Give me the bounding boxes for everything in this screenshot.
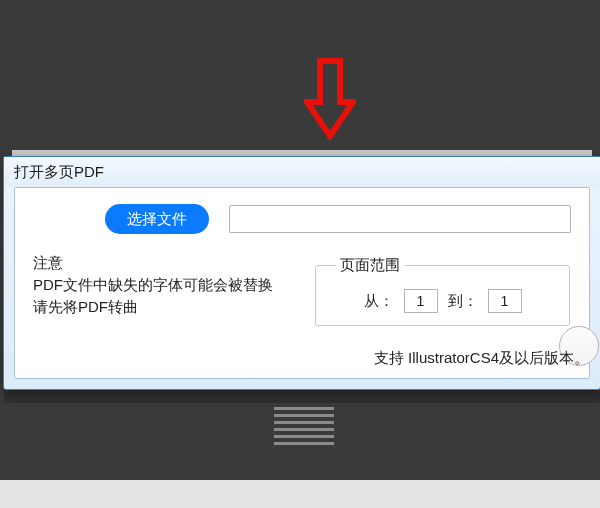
open-multipage-pdf-dialog: 打开多页PDF 选择文件 注意 PDF文件中缺失的字体可能会被替换 请先将PDF… bbox=[3, 156, 600, 390]
background-document-icon bbox=[274, 407, 334, 447]
page-range-legend: 页面范围 bbox=[336, 256, 404, 275]
notice-line-1: 注意 bbox=[33, 252, 288, 274]
page-range-group: 页面范围 从： 到： bbox=[315, 256, 570, 326]
page-to-input[interactable] bbox=[488, 289, 522, 313]
dialog-title: 打开多页PDF bbox=[4, 157, 600, 187]
annotation-arrow bbox=[304, 58, 356, 140]
select-file-button[interactable]: 选择文件 bbox=[105, 204, 209, 234]
page-from-input[interactable] bbox=[404, 289, 438, 313]
notice-line-2: PDF文件中缺失的字体可能会被替换 bbox=[33, 274, 288, 296]
file-path-input[interactable] bbox=[229, 205, 571, 233]
support-text: 支持 IllustratorCS4及以后版本。 bbox=[374, 349, 589, 368]
notice-line-3: 请先将PDF转曲 bbox=[33, 296, 288, 318]
from-label: 从： bbox=[364, 292, 394, 311]
notice-text: 注意 PDF文件中缺失的字体可能会被替换 请先将PDF转曲 bbox=[33, 252, 288, 318]
bottom-panel bbox=[0, 480, 600, 508]
file-select-row: 选择文件 bbox=[33, 204, 571, 234]
to-label: 到： bbox=[448, 292, 478, 311]
dialog-content: 选择文件 注意 PDF文件中缺失的字体可能会被替换 请先将PDF转曲 页面范围 … bbox=[14, 187, 590, 379]
